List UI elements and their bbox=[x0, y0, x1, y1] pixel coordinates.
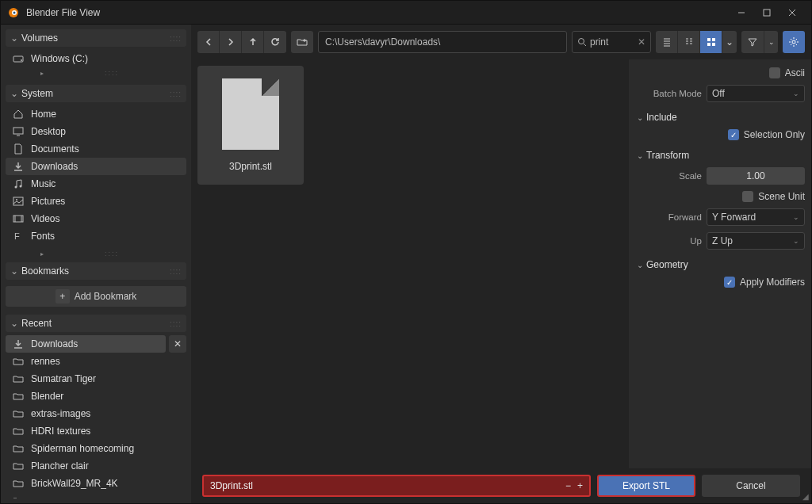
window-minimize-button[interactable] bbox=[729, 2, 754, 24]
svg-point-7 bbox=[15, 186, 17, 189]
recent-item[interactable]: extras-images bbox=[6, 405, 166, 422]
funnel-icon bbox=[748, 37, 757, 47]
svg-point-13 bbox=[579, 39, 584, 44]
window-title: Blender File View bbox=[26, 7, 729, 18]
add-bookmark-button[interactable]: + Add Bookmark bbox=[6, 286, 186, 307]
filter-dropdown[interactable]: ⌄ bbox=[764, 31, 778, 53]
recent-header[interactable]: ⌄ Recent :::: bbox=[6, 315, 186, 332]
system-item-desktop[interactable]: Desktop bbox=[6, 123, 186, 140]
settings-button[interactable] bbox=[783, 31, 805, 53]
plus-icon: + bbox=[56, 289, 70, 304]
transform-label: Transform bbox=[646, 150, 689, 161]
disk-icon bbox=[12, 52, 25, 65]
volumes-panel: ⌄ Volumes :::: Windows (C:) ▸:::: bbox=[6, 29, 186, 80]
cancel-button[interactable]: Cancel bbox=[702, 475, 800, 497]
search-clear-button[interactable]: ✕ bbox=[638, 36, 645, 48]
checkbox-on-icon: ✓ bbox=[724, 277, 735, 288]
svg-rect-17 bbox=[712, 43, 715, 46]
search-input[interactable]: print ✕ bbox=[572, 31, 651, 53]
recent-item-label: Downloads bbox=[31, 338, 159, 349]
chevron-down-icon: ⌄ bbox=[10, 318, 18, 329]
recent-item[interactable]: Downloads bbox=[6, 335, 166, 353]
system-item-documents[interactable]: Documents bbox=[6, 140, 186, 158]
nav-forward-button[interactable] bbox=[220, 31, 242, 53]
apply-modifiers-checkbox[interactable]: ✓ Apply Modifiers bbox=[687, 277, 805, 288]
chevron-down-icon: ⌄ bbox=[10, 265, 18, 277]
recent-item[interactable]: source bbox=[6, 492, 166, 498]
recent-item[interactable]: rennes bbox=[6, 353, 166, 370]
recent-item[interactable]: HDRI textures bbox=[6, 422, 166, 440]
batch-mode-select[interactable]: Off ⌄ bbox=[707, 85, 805, 102]
window-close-button[interactable] bbox=[779, 2, 805, 24]
view-options-dropdown[interactable]: ⌄ bbox=[722, 31, 737, 53]
transform-section-header[interactable]: ⌄ Transform bbox=[635, 145, 805, 162]
resize-handle-icon[interactable]: ◢ bbox=[802, 492, 809, 501]
path-input[interactable]: C:\Users\davyr\Downloads\ bbox=[318, 31, 567, 53]
filename-text: 3Dprint.stl bbox=[210, 480, 253, 491]
view-thumbnails-button[interactable] bbox=[700, 31, 722, 53]
view-list-vertical-button[interactable] bbox=[656, 31, 678, 53]
svg-point-10 bbox=[16, 199, 17, 200]
recent-clear-button[interactable]: ✕ bbox=[169, 335, 186, 353]
documents-icon bbox=[12, 143, 25, 155]
blender-logo-icon bbox=[7, 6, 20, 19]
selection-only-checkbox[interactable]: ✓ Selection Only bbox=[687, 129, 805, 140]
checkbox-off-icon bbox=[769, 67, 780, 78]
gear-icon bbox=[788, 36, 799, 48]
window-maximize-button[interactable] bbox=[754, 2, 779, 24]
volume-item[interactable]: Windows (C:) bbox=[6, 50, 186, 67]
filename-input[interactable]: 3Dprint.stl − + bbox=[202, 475, 591, 497]
system-header[interactable]: ⌄ System :::: bbox=[6, 85, 186, 102]
grip-icon: :::: bbox=[170, 90, 182, 98]
recent-item[interactable]: Sumatran Tiger bbox=[6, 370, 166, 388]
system-item-home[interactable]: Home bbox=[6, 105, 186, 123]
recent-item[interactable]: Blender bbox=[6, 388, 166, 405]
desktop-icon bbox=[12, 125, 25, 138]
system-item-fonts[interactable]: FFonts bbox=[6, 227, 186, 245]
filename-increment-button[interactable]: + bbox=[577, 480, 583, 491]
fonts-icon: F bbox=[12, 230, 25, 242]
system-item-music[interactable]: Music bbox=[6, 175, 186, 193]
recent-item-label: extras-images bbox=[31, 408, 159, 419]
include-section-header[interactable]: ⌄ Include bbox=[635, 107, 805, 124]
recent-panel: ⌄ Recent :::: DownloadsrennesSumatran Ti… bbox=[6, 315, 186, 498]
bookmarks-header[interactable]: ⌄ Bookmarks :::: bbox=[6, 262, 186, 280]
scene-unit-label: Scene Unit bbox=[758, 191, 805, 202]
recent-item[interactable]: Plancher clair bbox=[6, 457, 166, 475]
export-button[interactable]: Export STL bbox=[597, 475, 695, 497]
volumes-header[interactable]: ⌄ Volumes :::: bbox=[6, 29, 186, 47]
nav-up-button[interactable] bbox=[242, 31, 264, 53]
scene-unit-checkbox[interactable]: Scene Unit bbox=[687, 191, 805, 202]
system-item-videos[interactable]: Videos bbox=[6, 210, 186, 227]
filename-decrement-button[interactable]: − bbox=[565, 480, 571, 491]
system-item-pictures[interactable]: Pictures bbox=[6, 193, 186, 210]
file-thumbnail[interactable]: 3Dprint.stl bbox=[197, 66, 304, 185]
batch-mode-value: Off bbox=[712, 88, 725, 99]
recent-header-label: Recent bbox=[21, 318, 52, 329]
scale-input[interactable]: 1.00 bbox=[707, 167, 805, 185]
view-list-horizontal-button[interactable] bbox=[678, 31, 700, 53]
export-options-panel: Ascii Batch Mode Off ⌄ ⌄ Include bbox=[629, 59, 811, 468]
apply-modifiers-label: Apply Modifiers bbox=[740, 277, 805, 288]
recent-item[interactable]: Spiderman homecoming bbox=[6, 440, 166, 457]
system-item-downloads[interactable]: Downloads bbox=[6, 158, 186, 175]
svg-point-2 bbox=[13, 11, 16, 13]
file-grid[interactable]: 3Dprint.stl bbox=[191, 59, 629, 468]
grip-icon: :::: bbox=[44, 250, 180, 258]
geometry-section-header[interactable]: ⌄ Geometry bbox=[635, 254, 805, 272]
nav-refresh-button[interactable] bbox=[264, 31, 286, 53]
checkbox-on-icon: ✓ bbox=[728, 129, 739, 140]
chevron-down-icon: ⌄ bbox=[637, 261, 643, 269]
ascii-checkbox[interactable]: Ascii bbox=[687, 67, 805, 78]
new-folder-button[interactable] bbox=[291, 31, 313, 53]
chevron-down-icon: ⌄ bbox=[10, 32, 18, 44]
path-text: C:\Users\davyr\Downloads\ bbox=[325, 36, 440, 48]
folder-icon bbox=[12, 477, 25, 490]
up-select[interactable]: Z Up ⌄ bbox=[707, 232, 805, 250]
chevron-down-icon: ⌄ bbox=[793, 213, 799, 221]
recent-item[interactable]: BrickWall29_MR_4K bbox=[6, 475, 166, 492]
filter-button[interactable]: ⌄ bbox=[741, 31, 778, 53]
nav-back-button[interactable] bbox=[197, 31, 220, 53]
titlebar: Blender File View bbox=[1, 1, 811, 25]
forward-select[interactable]: Y Forward ⌄ bbox=[707, 208, 805, 226]
